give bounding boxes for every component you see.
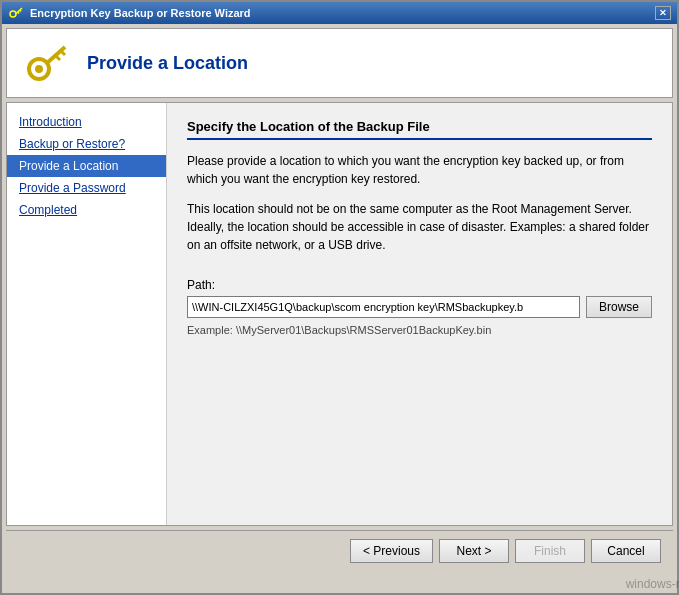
path-section: Path: Browse Example: \\MyServer01\Backu… xyxy=(187,278,652,336)
svg-point-5 xyxy=(35,65,43,73)
svg-line-2 xyxy=(20,10,21,12)
window-icon xyxy=(8,5,24,21)
path-input-row: Browse xyxy=(187,296,652,318)
sidebar-item-introduction[interactable]: Introduction xyxy=(7,111,166,133)
header-section: Provide a Location xyxy=(6,28,673,98)
svg-line-3 xyxy=(18,12,19,14)
svg-line-6 xyxy=(47,47,65,63)
title-bar-left: Encryption Key Backup or Restore Wizard xyxy=(8,5,251,21)
window-body: Provide a Location Introduction Backup o… xyxy=(2,24,677,575)
sidebar-item-provide-password[interactable]: Provide a Password xyxy=(7,177,166,199)
svg-line-7 xyxy=(61,51,65,55)
main-content: Specify the Location of the Backup File … xyxy=(167,103,672,525)
description1: Please provide a location to which you w… xyxy=(187,152,652,188)
finish-button[interactable]: Finish xyxy=(515,539,585,563)
description2: This location should not be on the same … xyxy=(187,200,652,254)
next-button[interactable]: Next > xyxy=(439,539,509,563)
sidebar-item-completed[interactable]: Completed xyxy=(7,199,166,221)
header-key-icon xyxy=(23,39,71,87)
window-title: Encryption Key Backup or Restore Wizard xyxy=(30,7,251,19)
sidebar-item-provide-location[interactable]: Provide a Location xyxy=(7,155,166,177)
previous-button[interactable]: < Previous xyxy=(350,539,433,563)
content-area: Introduction Backup or Restore? Provide … xyxy=(6,102,673,526)
example-text: Example: \\MyServer01\Backups\RMSServer0… xyxy=(187,324,652,336)
path-label: Path: xyxy=(187,278,652,292)
path-input[interactable] xyxy=(187,296,580,318)
bottom-bar: < Previous Next > Finish Cancel xyxy=(6,530,673,571)
wizard-window: Encryption Key Backup or Restore Wizard … xyxy=(0,0,679,595)
close-button[interactable]: ✕ xyxy=(655,6,671,20)
browse-button[interactable]: Browse xyxy=(586,296,652,318)
svg-point-0 xyxy=(10,11,16,17)
cancel-button[interactable]: Cancel xyxy=(591,539,661,563)
header-title: Provide a Location xyxy=(87,53,248,74)
watermark: windows-noob.com xyxy=(340,575,680,593)
sidebar: Introduction Backup or Restore? Provide … xyxy=(7,103,167,525)
section-title: Specify the Location of the Backup File xyxy=(187,119,652,140)
svg-line-8 xyxy=(56,56,60,60)
sidebar-item-backup-restore[interactable]: Backup or Restore? xyxy=(7,133,166,155)
title-bar: Encryption Key Backup or Restore Wizard … xyxy=(2,2,677,24)
